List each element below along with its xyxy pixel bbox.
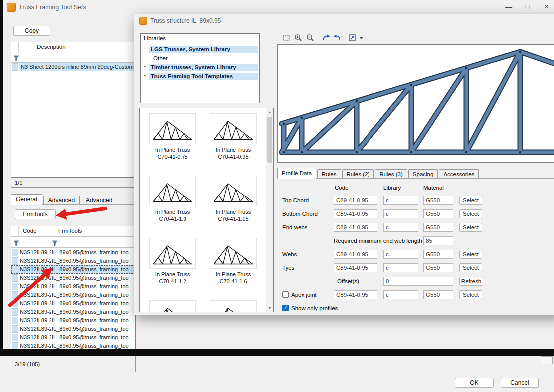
table-row[interactable]: N3S12IL89-20IL_89x0.95@truss_framing_too xyxy=(11,299,135,308)
code-field[interactable]: C89-41-0.95 xyxy=(334,196,377,205)
scroll-corner[interactable] xyxy=(541,356,553,364)
zoom-window-icon[interactable] xyxy=(281,32,292,43)
rotate-ccw-icon[interactable] xyxy=(332,32,343,43)
code-field[interactable]: C89-41-0.95 xyxy=(334,209,377,218)
table-row[interactable]: N3S12IL89-20IL_89x0.95@truss_framing_too xyxy=(11,325,135,333)
material-field[interactable]: G550 xyxy=(423,196,453,205)
row-selector xyxy=(12,317,18,324)
frmtools-column-header[interactable]: FrmTools xyxy=(51,226,135,237)
thumb-code: C70-41-1.6 xyxy=(205,278,261,285)
tree-item-timber-trusses[interactable]: Timber trusses, System Library xyxy=(143,63,258,71)
truss-thumbnail[interactable]: In Plane Truss C70-41-1.2 xyxy=(145,238,200,285)
code-column-header[interactable]: Code xyxy=(19,226,51,237)
table-row[interactable]: N3S12IL89-20IL_89x0.95@truss_framing_too xyxy=(11,248,135,257)
table-row[interactable]: N3S12IL89-20IL_89x0.95@truss_framing_too xyxy=(11,257,135,265)
ok-button[interactable]: OK xyxy=(455,378,494,388)
scroll-up-icon[interactable]: ▲ xyxy=(266,108,273,116)
zoom-in-icon[interactable] xyxy=(293,32,304,43)
material-field[interactable]: G550 xyxy=(423,209,453,218)
close-button[interactable]: × xyxy=(538,0,554,14)
table-row[interactable]: N3S12IL89-20IL_89x0.95@truss_framing_too xyxy=(11,316,135,325)
description-row[interactable]: N3 Sheet 1200crs inline 89mm 20deg-Custo… xyxy=(11,63,135,71)
apex-joint-checkbox[interactable] xyxy=(282,291,289,298)
expand-icon[interactable] xyxy=(143,74,147,78)
min-end-web-length-field[interactable]: 85 xyxy=(423,236,453,245)
row-selector-column xyxy=(11,42,19,52)
maximize-button[interactable]: □ xyxy=(519,0,537,14)
zoom-out-icon[interactable] xyxy=(305,32,316,43)
material-field[interactable]: G550 xyxy=(423,223,453,232)
table-row[interactable]: N3S12IL89-20IL_89x0.95@truss_framing_too xyxy=(11,291,135,299)
library-field[interactable]: c xyxy=(383,209,418,218)
filter-icon[interactable] xyxy=(13,54,19,60)
tab-rules-2[interactable]: Rules (2) xyxy=(342,169,374,178)
cell-frmtools: IL_89x0.95@truss_framing_too xyxy=(52,333,135,342)
truss-thumbnail[interactable]: In Plane Truss C70-41-0.95 xyxy=(205,113,261,160)
frmtools-button[interactable]: FrmTools xyxy=(15,209,56,219)
truss-thumbnail[interactable]: In Plane Truss C70-41-1.15 xyxy=(205,176,261,222)
rotate-cw-icon[interactable] xyxy=(321,32,332,43)
select-button[interactable]: Select xyxy=(459,223,482,232)
view-options-icon[interactable] xyxy=(347,32,358,43)
offset-field[interactable]: 0 xyxy=(383,277,453,286)
table-row[interactable]: N3S12IL89-20IL_89x0.95@truss_framing_too xyxy=(11,342,135,349)
tab-profile-data[interactable]: Profile Data xyxy=(277,168,316,179)
select-button[interactable]: Select xyxy=(459,196,482,205)
tree-item-lgs-trusses[interactable]: LGS Trusses, System Library xyxy=(143,45,258,53)
select-button[interactable]: Select xyxy=(459,250,482,259)
select-button[interactable]: Select xyxy=(459,263,482,272)
truss-thumbnail[interactable]: In Plane Truss C70-41-1.0 xyxy=(145,176,200,222)
select-button[interactable]: Select xyxy=(459,290,482,299)
table-row[interactable]: N3S12IL89-20IL_89x0.95@truss_framing_too xyxy=(11,282,135,291)
material-field[interactable]: G550 xyxy=(423,290,453,299)
row-bottom-chord: Bottom Chord C89-41-0.95 c G550 Select xyxy=(282,209,554,218)
library-field[interactable]: c xyxy=(383,263,418,272)
tab-advanced-1[interactable]: Advanced xyxy=(43,196,80,204)
table-row[interactable]: N3S12IL89-20IL_89x0.95@truss_framing_too xyxy=(11,308,135,316)
truss-thumbnail[interactable]: In Plane Truss C70-41-0.75 xyxy=(145,113,200,160)
refresh-button[interactable]: Refresh xyxy=(459,277,483,286)
code-field[interactable]: C89-41-0.95 xyxy=(334,250,377,259)
truss-thumbnail[interactable] xyxy=(205,300,261,312)
table-row[interactable]: N3S12IL89-20IL_89x0.95@truss_framing_too xyxy=(11,333,135,342)
dialog-icon xyxy=(139,17,147,25)
cancel-button[interactable]: Cancel xyxy=(501,378,539,388)
tab-accessories[interactable]: Accessories xyxy=(439,169,479,178)
tab-spacing[interactable]: Spacing xyxy=(408,169,438,178)
material-field[interactable]: G550 xyxy=(423,263,453,272)
truss-thumbnail[interactable] xyxy=(145,300,200,312)
view-options-caret-icon[interactable] xyxy=(358,32,365,43)
scrollbar-thumb[interactable] xyxy=(267,117,272,163)
truss-thumbnail[interactable]: In Plane Truss C70-41-1.6 xyxy=(205,238,261,285)
filter-icon-frmtools[interactable] xyxy=(52,239,58,245)
tab-advanced-2[interactable]: Advanced xyxy=(81,196,117,204)
minimize-button[interactable]: — xyxy=(500,0,518,14)
library-field[interactable]: c xyxy=(383,223,418,232)
tree-item-truss-framing-templates[interactable]: Truss Framing Tool Templates xyxy=(143,72,258,80)
code-field[interactable]: C89-41-0.95 xyxy=(334,223,377,232)
tree-item-other[interactable]: Other xyxy=(143,54,258,62)
library-field[interactable]: c xyxy=(383,196,418,205)
show-only-profiles-checkbox[interactable] xyxy=(282,305,289,311)
collapse-icon[interactable] xyxy=(143,47,147,51)
code-field[interactable]: C89-41-0.95 xyxy=(334,263,377,272)
expand-icon[interactable] xyxy=(143,65,147,69)
select-button[interactable]: Select xyxy=(459,209,482,218)
description-column-header[interactable]: Description xyxy=(19,42,135,52)
copy-button[interactable]: Copy xyxy=(13,26,50,36)
scroll-down-icon[interactable]: ▼ xyxy=(266,304,273,312)
library-field[interactable]: c xyxy=(383,250,418,259)
filter-icon-code[interactable] xyxy=(13,239,19,245)
library-field[interactable]: c xyxy=(383,290,418,299)
material-field[interactable]: G550 xyxy=(423,250,453,259)
cell-frmtools: IL_89x0.95@truss_framing_too xyxy=(52,308,135,316)
tab-rules[interactable]: Rules xyxy=(317,169,341,178)
code-field[interactable]: C89-41-0.95 xyxy=(334,290,377,299)
table-row[interactable]: N3S12IL89-20IL_89x0.95@truss_framing_too xyxy=(11,274,135,282)
tab-rules-3[interactable]: Rules (3) xyxy=(375,169,407,178)
tab-general[interactable]: General xyxy=(11,194,42,205)
thumb-code: C70-41-0.75 xyxy=(145,153,200,160)
thumbnail-scrollbar[interactable]: ▲ ▼ xyxy=(266,108,273,312)
truss-3d-viewport[interactable] xyxy=(277,44,554,163)
table-row-selected[interactable]: N3S12IL89-20IL_89x0.95@truss_framing_too xyxy=(11,265,135,274)
